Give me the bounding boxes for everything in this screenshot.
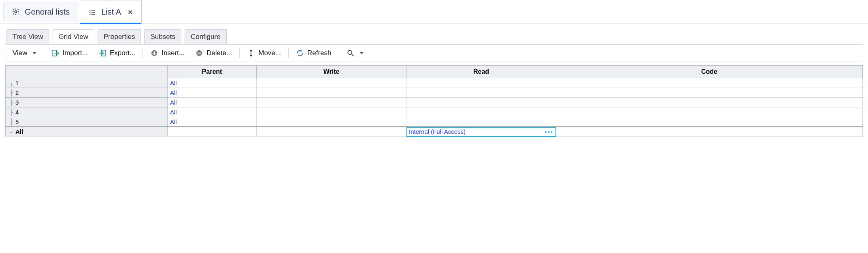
search-menu[interactable] <box>343 47 368 59</box>
refresh-button[interactable]: Refresh <box>292 47 336 59</box>
separator <box>143 48 143 58</box>
close-icon[interactable] <box>128 9 133 15</box>
chevron-down-icon <box>360 52 364 54</box>
row-name[interactable]: ├4 <box>6 107 168 117</box>
cell-write[interactable] <box>257 117 406 127</box>
tree-branch-icon: ├ <box>10 99 13 106</box>
grid-row: ├5 All <box>6 117 863 127</box>
toolbar: View Import... Export... Insert... Delet… <box>5 44 863 62</box>
svg-point-1 <box>89 9 91 11</box>
cell-read[interactable] <box>406 78 556 88</box>
separator <box>239 48 240 58</box>
minus-circle-icon <box>195 49 203 57</box>
col-write[interactable]: Write <box>257 66 406 78</box>
svg-rect-2 <box>91 10 95 11</box>
cell-parent[interactable]: All <box>168 107 257 117</box>
grid-empty-area <box>5 137 863 190</box>
view-tab-bar: Tree View Grid View Properties Subsets C… <box>0 24 868 44</box>
cell-parent[interactable]: All <box>168 98 257 107</box>
gear-icon <box>12 8 20 16</box>
cell-write[interactable] <box>257 107 406 117</box>
cell-parent[interactable] <box>168 127 257 137</box>
cell-parent[interactable]: All <box>168 88 257 98</box>
cell-write[interactable] <box>257 78 406 88</box>
separator <box>288 48 289 58</box>
grid-row: ├2 All <box>6 88 863 98</box>
cell-parent[interactable]: All <box>168 117 257 127</box>
file-tab-general-lists[interactable]: General lists <box>3 2 78 21</box>
cell-code[interactable] <box>556 88 863 98</box>
cell-parent[interactable]: All <box>168 78 257 88</box>
cell-read[interactable]: Internal (Full Access) ••• <box>406 127 556 137</box>
export-icon <box>98 49 106 57</box>
svg-rect-11 <box>251 51 251 56</box>
import-button[interactable]: Import... <box>47 47 92 59</box>
cell-code[interactable] <box>556 98 863 107</box>
insert-label: Insert... <box>162 49 185 57</box>
move-button[interactable]: Move... <box>243 47 285 59</box>
tree-collapse-icon[interactable]: – <box>10 128 13 135</box>
list-icon <box>88 8 96 16</box>
cell-read[interactable] <box>406 88 556 98</box>
view-menu[interactable]: View <box>9 47 40 59</box>
col-code[interactable]: Code <box>556 66 863 78</box>
move-vertical-icon <box>247 49 255 57</box>
refresh-label: Refresh <box>307 49 332 57</box>
cell-code[interactable] <box>556 117 863 127</box>
plus-circle-icon <box>150 49 158 57</box>
grid-header: Parent Write Read Code <box>6 66 863 78</box>
col-parent[interactable]: Parent <box>168 66 257 78</box>
tree-branch-icon: ├ <box>10 118 13 126</box>
tree-branch-icon: ┌ <box>10 79 13 87</box>
refresh-icon <box>296 49 304 57</box>
svg-point-12 <box>348 50 352 54</box>
row-name[interactable]: ├2 <box>6 88 168 98</box>
svg-point-5 <box>89 13 91 15</box>
file-tab-bar: General lists List A <box>0 0 868 24</box>
row-name[interactable]: –All <box>6 127 168 137</box>
svg-rect-4 <box>91 12 95 13</box>
row-name[interactable]: ┌1 <box>6 78 168 88</box>
import-icon <box>51 49 60 57</box>
import-label: Import... <box>63 49 88 57</box>
tree-branch-icon: ├ <box>10 89 13 96</box>
separator <box>44 48 44 58</box>
tab-grid-view[interactable]: Grid View <box>53 29 94 44</box>
file-tab-label: List A <box>101 7 121 17</box>
separator <box>339 48 339 58</box>
cell-read[interactable] <box>406 117 556 127</box>
delete-button[interactable]: Delete... <box>191 47 236 59</box>
tab-configure[interactable]: Configure <box>185 29 227 44</box>
insert-button[interactable]: Insert... <box>146 47 189 59</box>
cell-picker-icon[interactable]: ••• <box>545 128 553 135</box>
file-tab-label: General lists <box>25 7 70 17</box>
tab-properties[interactable]: Properties <box>98 29 141 44</box>
grid-row: ├3 All <box>6 98 863 107</box>
export-label: Export... <box>110 49 135 57</box>
row-name[interactable]: ├3 <box>6 98 168 107</box>
tree-branch-icon: ├ <box>10 109 13 116</box>
col-read[interactable]: Read <box>406 66 556 78</box>
file-tab-list-a[interactable]: List A <box>80 0 142 24</box>
grid-row: ┌1 All <box>6 78 863 88</box>
svg-point-0 <box>15 11 17 13</box>
cell-write[interactable] <box>257 88 406 98</box>
row-name[interactable]: ├5 <box>6 117 168 127</box>
svg-point-3 <box>89 11 91 13</box>
cell-write[interactable] <box>257 127 406 137</box>
cell-read[interactable] <box>406 98 556 107</box>
cell-read[interactable] <box>406 107 556 117</box>
col-name[interactable] <box>6 66 168 78</box>
cell-code[interactable] <box>556 78 863 88</box>
cell-write[interactable] <box>257 98 406 107</box>
grid: Parent Write Read Code ┌1 All ├2 All <box>5 65 863 190</box>
tab-subsets[interactable]: Subsets <box>144 29 181 44</box>
export-button[interactable]: Export... <box>94 47 139 59</box>
tab-tree-view[interactable]: Tree View <box>6 29 49 44</box>
cell-code[interactable] <box>556 107 863 117</box>
move-label: Move... <box>258 49 281 57</box>
grid-row: ├4 All <box>6 107 863 117</box>
cell-code[interactable] <box>556 127 863 137</box>
delete-label: Delete... <box>206 49 232 57</box>
chevron-down-icon <box>32 52 36 54</box>
